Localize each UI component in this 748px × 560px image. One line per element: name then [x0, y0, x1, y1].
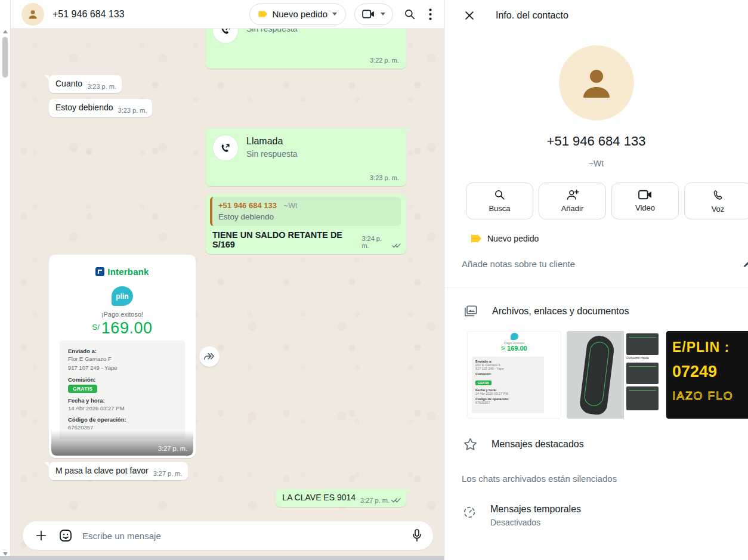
contact-phone[interactable]: +51 946 684 133 — [444, 134, 748, 149]
timer-icon — [463, 506, 476, 519]
chat-menu-button[interactable] — [426, 6, 434, 23]
star-icon — [463, 438, 477, 451]
receipt-image[interactable]: Interbank plin ¡Pago exitoso! S/169.00 E… — [51, 257, 193, 456]
person-add-icon — [566, 189, 579, 200]
label-tag-icon — [471, 234, 481, 243]
message-text: M pasa la clave pot favor — [55, 466, 149, 475]
customer-notes-field[interactable]: Añade notas sobre tu cliente — [444, 259, 748, 270]
chevron-down-icon — [381, 13, 385, 16]
video-call-icon — [362, 10, 375, 18]
left-scrollbar-strip — [0, 0, 11, 560]
message-text: LA CLAVE ES 9014 — [282, 493, 356, 502]
thumb-amount: S/ 169.00 — [468, 345, 561, 352]
quoted-message[interactable]: +51 946 684 133 ~Wt Estoy debiendo — [210, 197, 401, 226]
contact-info-panel: Info. del contacto +51 946 684 133 ~Wt B… — [444, 0, 748, 560]
media-thumb-knee-brace[interactable]: Refuerzo rótula — [567, 331, 661, 419]
message-time: 3:24 p. m. — [361, 235, 388, 249]
media-links-docs-row[interactable]: Archivos, enlaces y documentos — [444, 305, 748, 318]
quoted-sender: +51 946 684 133 — [218, 201, 277, 210]
label-dropdown-button[interactable]: Nuevo pedido — [249, 4, 346, 25]
scrollbar-thumb[interactable] — [2, 37, 8, 78]
message-time: 3:22 p. m. — [370, 57, 399, 64]
disappearing-messages-row[interactable]: Mensajes temporales Desactivados — [444, 504, 748, 527]
call-icon-circle — [213, 135, 238, 160]
contact-info-header: Info. del contacto — [444, 0, 748, 31]
message-incoming-debiendo[interactable]: Estoy debiendo3:23 p. m. — [49, 99, 152, 117]
video-call-button[interactable]: Video — [611, 182, 679, 219]
message-incoming-cuanto[interactable]: Cuanto3:23 p. m. — [49, 75, 122, 93]
microphone-icon — [412, 528, 422, 543]
media-thumb-receipt[interactable]: Pago exitoso S/ 169.00 Enviado a: Flor E… — [467, 331, 561, 419]
receipt-details-card: Enviado a: Flor E Garriazo F 917 107 249… — [60, 341, 185, 439]
person-icon — [577, 63, 616, 103]
chevron-down-icon — [332, 13, 337, 16]
message-time: 3:27 p. m. — [158, 445, 187, 452]
call-dropdown-button[interactable] — [354, 4, 393, 25]
chat-header: +51 946 684 133 Nuevo pedido — [11, 0, 444, 29]
voice-call-button[interactable]: Voz — [684, 182, 748, 219]
thumb-receipt-card: Enviado a: Flor E Garriazo F 917 107 249… — [472, 357, 544, 413]
message-input[interactable] — [82, 531, 409, 541]
contact-avatar[interactable] — [21, 3, 44, 26]
forward-message-button[interactable] — [199, 346, 220, 367]
contact-about: ~Wt — [444, 159, 748, 168]
plus-icon — [35, 529, 48, 542]
knee-sleeve-graphic — [579, 335, 616, 416]
message-time: 3:23 p. m. — [118, 107, 147, 114]
archived-chats-note: Los chats archivados están silenciados — [444, 474, 748, 484]
person-icon — [27, 8, 39, 20]
close-icon — [463, 10, 475, 21]
message-image-receipt[interactable]: Interbank plin ¡Pago exitoso! S/169.00 E… — [49, 255, 196, 458]
contact-avatar-large[interactable] — [559, 45, 634, 120]
search-icon — [404, 8, 416, 20]
message-outgoing-saldo[interactable]: +51 946 684 133 ~Wt Estoy debiendo TIENE… — [206, 194, 406, 254]
search-in-chat-button[interactable] — [401, 6, 418, 23]
panel-title: Info. del contacto — [496, 10, 568, 21]
message-composer — [23, 521, 433, 550]
voice-record-button[interactable] — [409, 526, 425, 545]
chat-panel: +51 946 684 133 Nuevo pedido — [11, 0, 444, 560]
outgoing-call-icon — [220, 142, 231, 154]
media-stack-icon — [463, 305, 478, 318]
message-time: 3:27 p. m. — [153, 470, 183, 477]
close-panel-button[interactable] — [461, 7, 478, 24]
plin-logo: plin — [112, 286, 133, 306]
window-bottom-edge — [0, 556, 444, 560]
receipt-amount: S/169.00 — [51, 319, 193, 338]
video-call-icon — [638, 190, 652, 200]
scrollbar-up-arrow[interactable] — [3, 30, 8, 33]
message-call-outgoing-323[interactable]: Llamada Sin respuesta 3:23 p. m. — [206, 128, 406, 186]
chat-label-row[interactable]: Nuevo pedido — [444, 234, 748, 243]
label-dropdown-text: Nuevo pedido — [272, 9, 327, 19]
message-time: 3:23 p. m. — [370, 174, 399, 181]
knee-detail-panel: Refuerzo rótula — [624, 331, 661, 419]
whatsapp-window: +51 946 684 133 Nuevo pedido — [0, 0, 748, 560]
chat-contact-name[interactable]: +51 946 684 133 — [52, 9, 125, 20]
receipt-status: ¡Pago exitoso! — [51, 311, 193, 318]
quoted-text: Estoy debiendo — [218, 212, 395, 221]
message-time: 3:27 p. m. — [360, 497, 390, 504]
emoji-button[interactable] — [56, 526, 75, 545]
call-status: Sin respuesta — [246, 149, 298, 159]
double-check-icon — [391, 497, 401, 503]
gratis-badge: GRATIS — [68, 385, 97, 393]
media-thumb-plin-sign[interactable]: E/PLIN : 07249 IAZO FLO — [666, 331, 748, 419]
message-text: TIENE UN SALDO RETANTE DE S/169 — [212, 230, 356, 249]
interbank-logo: Interbank — [51, 267, 193, 277]
message-text: Cuanto — [55, 79, 82, 88]
search-icon — [494, 189, 505, 200]
add-contact-button[interactable]: Añadir — [539, 182, 606, 219]
edit-pencil-icon[interactable] — [743, 259, 748, 271]
message-outgoing-clave[interactable]: LA CLAVE ES 90143:27 p. m. — [276, 489, 406, 507]
attach-button[interactable] — [32, 527, 50, 544]
call-title: Llamada — [246, 136, 298, 147]
message-text: Estoy debiendo — [55, 103, 113, 112]
starred-messages-row[interactable]: Mensajes destacados — [444, 438, 748, 451]
message-incoming-clave-request[interactable]: M pasa la clave pot favor3:27 p. m. — [49, 462, 188, 480]
double-check-icon — [392, 242, 401, 249]
phone-icon — [712, 189, 724, 201]
interbank-logo-square — [95, 267, 104, 276]
media-thumbnails: Pago exitoso S/ 169.00 Enviado a: Flor E… — [444, 331, 748, 419]
search-messages-button[interactable]: Busca — [466, 182, 533, 219]
quoted-sender-pushname: ~Wt — [284, 202, 298, 210]
